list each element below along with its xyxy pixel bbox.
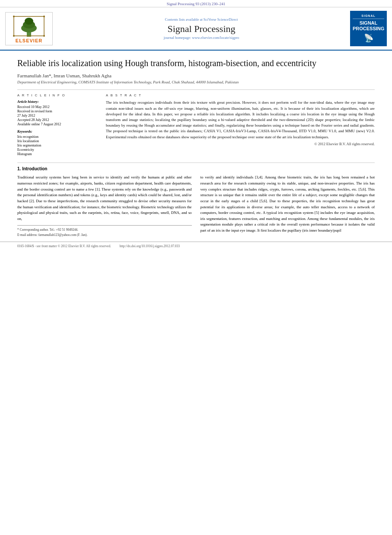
svg-point-12 (43, 35, 45, 37)
sciverse-link: Contents lists available at SciVerse Sci… (57, 17, 346, 22)
body-two-col: Traditional security systems have long b… (17, 175, 375, 237)
journal-header: ELSEVIER Contents lists available at Sci… (0, 7, 392, 51)
article-info-heading: A R T I C L E I N F O (17, 93, 97, 97)
revised-date: 27 July 2012 (17, 114, 97, 118)
top-bar: Signal Processing 93 (2013) 230–241 (0, 0, 392, 7)
keyword-4: Eccentricity (17, 148, 97, 152)
section-intro-title: 1. Introduction (17, 166, 375, 171)
footnote-corresponding: * Corresponding author. Tel.: +92 51 904… (17, 227, 192, 232)
article-info-column: A R T I C L E I N F O Article history: R… (17, 93, 97, 156)
available-date: Available online 7 August 2012 (17, 122, 97, 126)
accepted-date: Accepted 28 July 2012 (17, 118, 97, 122)
journal-name: Signal Processing (57, 23, 346, 35)
elsevier-logo: ELSEVIER (5, 12, 53, 45)
body-col-right: to verify and identify individuals [3,4]… (201, 175, 375, 237)
svg-point-11 (13, 35, 15, 37)
elsevier-name-text: ELSEVIER (16, 38, 42, 43)
intro-para-right: to verify and identify individuals [3,4]… (201, 175, 375, 233)
svg-point-4 (25, 18, 33, 25)
abstract-column: A B S T R A C T The iris technology reco… (106, 93, 375, 156)
keyword-1: Iris recognition (17, 135, 97, 139)
history-label: Article history: (17, 100, 97, 104)
footnote-email: E-mail address: farmanullah123@yahoo.com… (17, 232, 192, 237)
svg-point-9 (13, 16, 15, 17)
abstract-heading: A B S T R A C T (106, 93, 375, 97)
article-info-abstract-section: A R T I C L E I N F O Article history: R… (17, 93, 375, 156)
elsevier-tree-icon (12, 14, 46, 38)
svg-point-10 (43, 16, 45, 17)
issn-line: 0165-1684/$ - see front matter © 2012 El… (17, 244, 111, 248)
article-title: Reliable iris localization using Hough t… (17, 57, 375, 69)
copyright-line: © 2012 Elsevier B.V. All rights reserved… (106, 142, 375, 146)
keywords-section: Keywords: Iris recognition Iris localiza… (17, 130, 97, 156)
divider-2 (17, 162, 375, 163)
article-affiliation: Department of Electrical Engineering, CO… (17, 80, 375, 84)
keyword-3: Iris segmentation (17, 143, 97, 147)
footnote-section: * Corresponding author. Tel.: +92 51 904… (17, 225, 192, 237)
abstract-text: The iris technology recognizes individua… (106, 100, 375, 140)
keyword-2: Iris localization (17, 139, 97, 143)
keywords-label: Keywords: (17, 130, 97, 134)
received-date: Received 10 May 2012 (17, 105, 97, 109)
divider-1 (17, 89, 375, 90)
article-authors: Farmanullah Jan*, Imran Usman, Shahrukh … (17, 73, 375, 78)
journal-title-center: Contents lists available at SciVerse Sci… (57, 17, 346, 40)
revised-label: Received in revised form (17, 109, 97, 113)
journal-reference: Signal Processing 93 (2013) 230–241 (167, 2, 226, 6)
signal-processing-logo: SIGNAL SIGNALPROCESSING 📡 (350, 11, 387, 46)
body-col-left: Traditional security systems have long b… (17, 175, 192, 237)
bottom-bar: 0165-1684/$ - see front matter © 2012 El… (0, 242, 392, 250)
keyword-5: Histogram (17, 152, 97, 156)
journal-homepage: journal homepage: www.elsevier.com/locat… (57, 35, 346, 40)
intro-para-left: Traditional security systems have long b… (17, 175, 192, 222)
doi-line: http://dx.doi.org/10.1016/j.sigpro.2012.… (120, 244, 180, 248)
main-content: Reliable iris localization using Hough t… (0, 51, 392, 242)
